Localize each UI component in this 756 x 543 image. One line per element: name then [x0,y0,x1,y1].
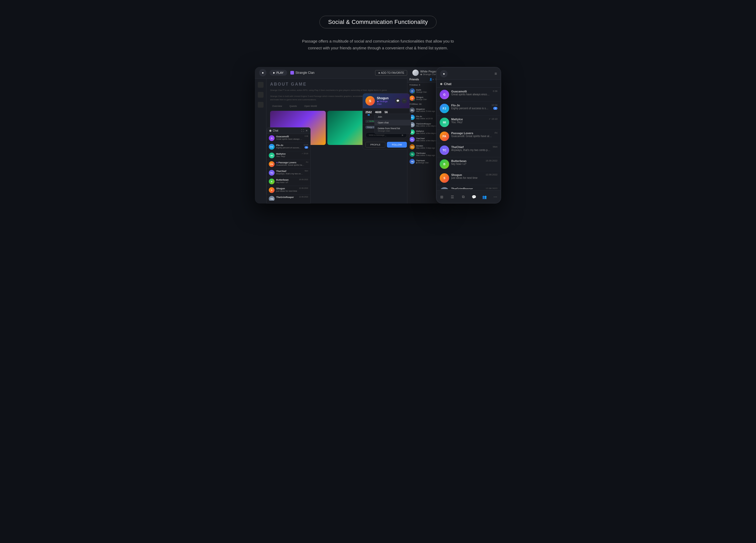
shogun-action-buttons: PROFILE FOLLOW [363,140,409,149]
mobile-chat-florjo[interactable]: FJ Flo-Jo Eighty percent of success is s… [437,102,501,116]
shogun-chat-icon[interactable]: 💬 [395,98,400,103]
page-title-wrap: Social & Communication Functionality [319,16,437,28]
app-logo: ● [259,69,266,76]
chat-item-florjo[interactable]: FJ Flo-Jo Eighty percent of success is s… [267,143,310,151]
page-title: Social & Communication Functionality [328,19,428,25]
chat-item-grimreaper[interactable]: TG TheGrimReaper 12.08.2022 [267,195,310,201]
context-delete-friend[interactable]: Delete from friend list Strange Clan [375,126,411,134]
avatar-butterbean: B [269,179,275,184]
profile-button[interactable]: PROFILE [365,142,385,148]
mobile-logo: ● [440,70,448,77]
play-button[interactable]: PLAY [270,70,287,76]
friend-avatar-thechief: TC [409,137,415,142]
friend-avatar-shogun: S [409,96,415,101]
chat-overlay-panel: Chat ⛶ ✕ G Guacamolli Great spirits have… [266,127,311,203]
mobile-chat-header: Chat [437,80,501,88]
chat-item-shogun[interactable]: S Shogun just ideas for next time 12.08.… [267,186,310,195]
chat-expand-button[interactable]: ⛶ [301,129,304,132]
desktop-sidebar [255,79,266,194]
friend-avatar-thehawk: TH [409,159,415,164]
chat-item-thechief[interactable]: TC TheChief Anyways, that's my two cents… [267,169,310,177]
mobile-topbar: ● ≡ [437,67,501,80]
mobile-chat-shogun[interactable]: S Shogun just ideas for next time 12.08.… [437,171,501,185]
tab-open-world[interactable]: Open World [302,104,319,108]
friends-add-icon[interactable]: 👤+ [429,78,434,81]
chat-item-guacamolli[interactable]: G Guacamolli Great spirits have always e… [267,134,310,143]
mobile-nav-more[interactable]: ⋯ [492,194,499,200]
avatar-shogun: S [269,187,275,193]
mobile-nav-friends[interactable]: 👥 [481,194,488,200]
sidebar-grid-icon[interactable] [258,82,264,88]
sidebar-list-icon[interactable] [258,92,264,98]
chat-item-butterbean[interactable]: B Butterbean hey how r u? 16.09.2022 [267,177,310,186]
mobile-chat-guacamolli[interactable]: G Guacamolli Great spirits have always e… [437,88,501,102]
mobile-chat-butterbean1[interactable]: B Butterbean hey how r u? 16.09.2022 [437,157,501,171]
mobile-chat-dot [440,83,442,85]
mobile-chat-mattyice[interactable]: MI MattyIce You: Hey! ✓ 15:10 [437,116,501,129]
mobile-avatar-s: S [440,173,449,183]
mobile-avatar-pa: PA [440,132,449,141]
chat-overlay-header: Chat ⛶ ✕ [267,128,310,134]
follow-button[interactable]: FOLLOW [387,142,407,148]
mobile-nav-chat[interactable]: 💬 [470,194,477,200]
shogun-avatar: S [365,96,375,106]
mobile-avatar-tc1: TC [440,145,449,155]
desktop-mockup: ● PLAY Strangle Clan ★ ADD TO FAVORITE W… [255,67,444,203]
friend-avatar-thesnake: TS [409,152,415,157]
mobile-chat-passage[interactable]: PA Passage Lovers Guacamolli: Great spir… [437,129,501,143]
unread-badge-florjo: 3 [305,146,308,149]
mobile-avatar-g: G [440,90,449,99]
tab-quests[interactable]: Quests [287,104,299,108]
avatar-passage: PA [269,161,275,167]
mobile-nav-columns[interactable]: ⧉ [460,194,467,200]
mobile-mockup: ● ≡ Chat G Guacamolli Great spirits have… [436,67,501,203]
page-subtitle: Passage offers a multitude of social and… [302,38,454,51]
mobile-nav-list[interactable]: ☰ [449,194,456,200]
mobile-avatar-fj: FJ [440,104,449,113]
mobile-chat-grimreaper[interactable]: TG TheGrimReaper Great spirits have alwa… [437,185,501,189]
mobile-bottom-nav: ⊞ ☰ ⧉ 💬 👥 ⋯ [437,190,501,203]
avatar-grimreaper: TG [269,196,275,201]
mobile-chat-list: G Guacamolli Great spirits have always e… [437,88,501,189]
friend-context-menu: Join Open chat Delete from friend list S… [374,114,411,134]
clan-icon [290,71,294,75]
mobile-badge-florjo: 3 [493,107,497,110]
shogun-more-icon[interactable]: ⋯ [402,98,407,103]
avatar-florjo: FJ [269,144,275,150]
chat-close-button[interactable]: ✕ [306,129,308,132]
sidebar-layers-icon[interactable] [258,102,264,108]
avatar-mattyice: MI [269,153,275,158]
mobile-avatar-tg: TG [440,187,449,189]
clan-name: Strangle Clan [290,71,314,75]
mobile-avatar-mi: MI [440,118,449,127]
tab-overview[interactable]: Overview [270,104,284,108]
mobile-menu-button[interactable]: ≡ [495,71,497,76]
avatar-thechief: TC [269,170,275,176]
context-join[interactable]: Join [375,114,411,120]
context-open-chat[interactable]: Open chat [375,120,411,126]
user-avatar [412,70,419,76]
mobile-chat-thechief1[interactable]: TC TheChief Anyways, that's my two cents… [437,143,501,157]
friends-title: Friends [409,78,419,81]
mobile-nav-grid[interactable]: ⊞ [438,194,445,200]
topbar-user: White Pegasus ◆ Strange Clan [412,70,440,76]
friend-avatar-darth: D [409,88,415,93]
chat-list: G Guacamolli Great spirits have always e… [267,134,310,201]
avatar-guacamolli: G [269,135,275,141]
chat-item-passage-lovers[interactable]: PA ⚙ Passage Lovers Guacamolli: Great sp… [267,160,310,169]
mockups-row: ● PLAY Strangle Clan ★ ADD TO FAVORITE W… [234,67,522,203]
friend-avatar-smokin: Sm [409,144,415,149]
add-favorite-button[interactable]: ★ ADD TO FAVORITE [375,70,407,76]
friend-avatar-megatron: Me [409,107,415,113]
chat-status-dot [269,130,271,132]
mobile-avatar-b1: B [440,159,449,169]
chat-item-mattyice[interactable]: MI MattyIce You: Hey! ✓ 15:10 [267,151,310,160]
